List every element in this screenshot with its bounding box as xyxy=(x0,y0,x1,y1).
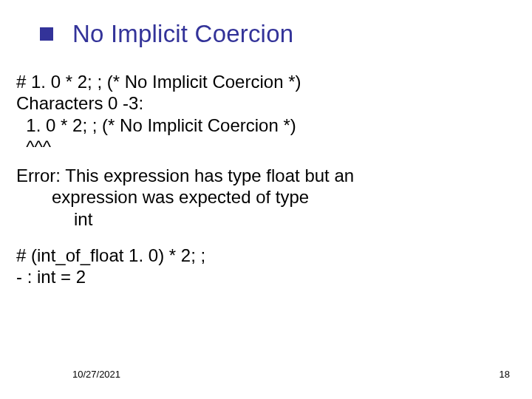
code-line: # (int_of_float 1. 0) * 2; ; xyxy=(16,245,510,266)
slide-body: # 1. 0 * 2; ; (* No Implicit Coercion *)… xyxy=(16,71,510,287)
error-line: int xyxy=(16,208,510,230)
error-line: Error: This expression has type float bu… xyxy=(16,165,510,186)
code-line: ^^^ xyxy=(16,136,510,157)
code-line: - : int = 2 xyxy=(16,266,510,287)
code-line: # 1. 0 * 2; ; (* No Implicit Coercion *) xyxy=(16,71,510,92)
footer-date: 10/27/2021 xyxy=(72,369,120,380)
title-row: No Implicit Coercion xyxy=(22,13,510,55)
error-line: expression was expected of type xyxy=(16,186,510,208)
code-line: 1. 0 * 2; ; (* No Implicit Coercion *) xyxy=(16,115,510,136)
footer-page-number: 18 xyxy=(499,369,510,380)
slide-title: No Implicit Coercion xyxy=(72,20,293,48)
slide: No Implicit Coercion # 1. 0 * 2; ; (* No… xyxy=(0,0,532,399)
title-bullet-icon xyxy=(40,27,53,41)
code-line: Characters 0 -3: xyxy=(16,92,510,114)
